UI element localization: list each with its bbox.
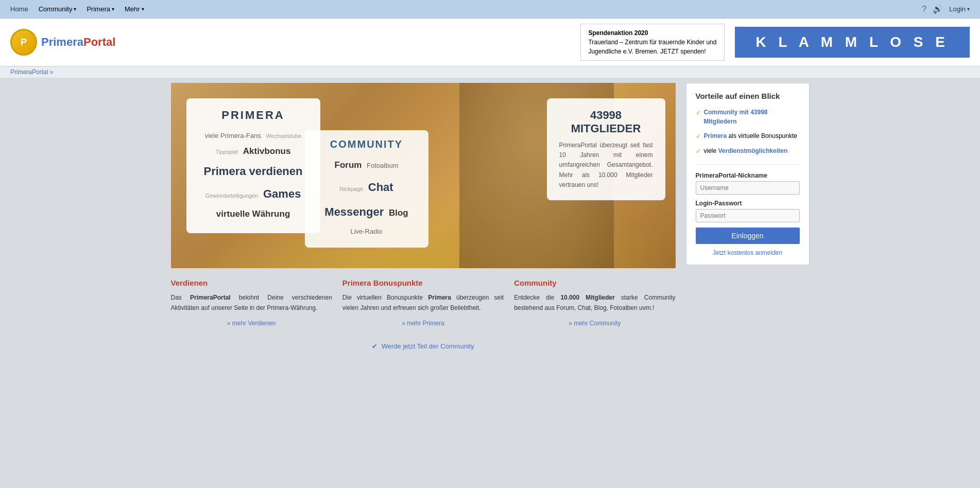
verdienen-text-before: Das (171, 294, 190, 301)
bonuspunkte-brand: Primera (428, 294, 451, 301)
community-tag-cloud: Forum Fotoalbum Nickpage Chat Messenger … (317, 155, 416, 239)
primera-card-title: PRIMERA (202, 109, 305, 122)
logo-primera: Primera (41, 36, 83, 48)
verdienen-section: Verdienen Das PrimeraPortal belohnt Dein… (171, 278, 332, 327)
logo-icon: P (10, 29, 37, 56)
tag-virtuelle-wahrung: virtuelle Währung (216, 209, 290, 219)
bonuspunkte-text-before: Die virtuellen Bonuspunkte (342, 294, 428, 301)
tag-forum: Forum (335, 160, 362, 170)
bonuspunkte-text: Die virtuellen Bonuspunkte Primera überz… (342, 292, 504, 313)
tag-tippspiel: Tippspiel (216, 149, 238, 155)
verdienen-text: Das PrimeraPortal belohnt Deine verschie… (171, 292, 332, 313)
tag-chat: Chat (368, 181, 393, 194)
tag-wechselstube: Wechselstube (266, 133, 301, 139)
tag-gewinnbeteiligungen: Gewinnbeteiligungen (205, 193, 259, 199)
tag-games: Games (263, 187, 301, 200)
nickname-input[interactable] (696, 181, 800, 195)
community-section: Community Entdecke die 10.000 Mitglieder… (514, 278, 675, 327)
tag-aktivbonus: Aktivbonus (243, 146, 291, 156)
verdienst-link[interactable]: Verdienstmöglichkeiten (718, 147, 788, 154)
bonuspunkte-section: Primera Bonuspunkte Die virtuellen Bonus… (342, 278, 504, 327)
nav-mehr[interactable]: Mehr (125, 5, 144, 13)
tag-nickpage: Nickpage (339, 186, 363, 192)
verdienen-brand: PrimeraPortal (190, 294, 231, 301)
password-label: Login-Passwort (696, 200, 800, 207)
community-members-link[interactable]: Community mit 43998 Mitgliedern (704, 109, 768, 125)
community-card: COMMUNITY Forum Fotoalbum Nickpage Chat … (305, 130, 428, 248)
breadcrumb: PrimeraPortal » (0, 66, 980, 78)
nav-primera[interactable]: Primera (87, 5, 114, 13)
community-highlight: 10.000 Mitglieder (560, 294, 614, 301)
primera-tag-cloud: viele Primera-Fans Wechselstube Tippspie… (202, 129, 305, 223)
vorteile-verdienst-text: viele Verdienstmöglichkeiten (704, 146, 788, 155)
vorteile-title: Vorteile auf einen Blick (696, 92, 800, 100)
login-dropdown-button[interactable]: Login (949, 5, 970, 13)
content-area: PRIMERA viele Primera-Fans Wechselstube … (171, 83, 676, 355)
community-text: Entdecke die 10.000 Mitglieder starke Co… (514, 292, 675, 313)
community-text-before: Entdecke die (514, 294, 560, 301)
check-icon-2: ✓ (696, 132, 701, 141)
breadcrumb-link[interactable]: PrimeraPortal » (10, 68, 53, 76)
tag-fotoalbum: Fotoalbum (367, 162, 398, 169)
check-icon: ✔ (372, 342, 377, 350)
klammlose-banner[interactable]: K L A M M L O S E (735, 27, 970, 58)
login-button[interactable]: Einloggen (696, 228, 800, 244)
hero-banner: PRIMERA viele Primera-Fans Wechselstube … (171, 83, 676, 268)
nav-community[interactable]: Community (39, 5, 77, 13)
main-container: PRIMERA viele Primera-Fans Wechselstube … (161, 78, 820, 360)
spenden-banner[interactable]: Spendenaktion 2020 Trauerland – Zentrum … (580, 24, 725, 61)
spenden-text: Trauerland – Zentrum für trauernde Kinde… (588, 38, 717, 56)
info-sections: Verdienen Das PrimeraPortal belohnt Dein… (171, 278, 676, 327)
nav-right: ? 🔊 Login (922, 4, 970, 14)
primera-card: PRIMERA viele Primera-Fans Wechselstube … (186, 98, 320, 233)
spenden-title: Spendenaktion 2020 (588, 28, 717, 38)
nav-links: Home Community Primera Mehr (10, 5, 144, 13)
community-title: Community (514, 278, 675, 287)
verdienen-more-link[interactable]: » mehr Verdienen (171, 320, 332, 327)
check-icon-3: ✓ (696, 147, 701, 156)
vorteile-primera-text: Primera als virtuelle Bonuspunkte (704, 131, 797, 141)
check-icon-1: ✓ (696, 108, 701, 117)
site-header: P PrimeraPortal Spendenaktion 2020 Traue… (0, 19, 980, 66)
nickname-label: PrimeraPortal-Nickname (696, 172, 800, 179)
join-text: Werde jetzt Teil der Community (382, 342, 474, 350)
vorteile-community-text: Community mit 43998 Mitgliedern (704, 108, 800, 126)
join-link[interactable]: ✔ Werde jetzt Teil der Community (372, 342, 474, 350)
top-navigation: Home Community Primera Mehr ? 🔊 Login (0, 0, 980, 19)
vorteile-list: ✓ Community mit 43998 Mitgliedern ✓ Prim… (696, 108, 800, 156)
tag-primera-fans: viele Primera-Fans (205, 132, 261, 140)
help-icon[interactable]: ? (922, 5, 926, 14)
register-link[interactable]: Jetzt kostenlos anmelden (696, 249, 800, 256)
members-card: 43998 MITGLIEDER PrimeraPortal überzeugt… (547, 98, 665, 200)
members-count: 43998 MITGLIEDER (559, 109, 653, 135)
join-banner: ✔ Werde jetzt Teil der Community (171, 337, 676, 355)
login-form: PrimeraPortal-Nickname Login-Passwort Ei… (696, 164, 800, 256)
sidebar: Vorteile auf einen Blick ✓ Community mit… (686, 83, 810, 355)
sound-icon[interactable]: 🔊 (933, 4, 943, 14)
verdienen-title: Verdienen (171, 278, 332, 287)
bonuspunkte-title: Primera Bonuspunkte (342, 278, 504, 287)
vorteile-box: Vorteile auf einen Blick ✓ Community mit… (686, 83, 810, 265)
tag-messenger: Messenger (324, 205, 384, 218)
password-input[interactable] (696, 209, 800, 222)
logo-portal: Portal (83, 36, 115, 48)
tag-primera-verdienen: Primera verdienen (204, 165, 303, 178)
tag-blog: Blog (389, 208, 408, 218)
tag-live-radio: Live-Radio (350, 228, 382, 235)
vorteile-item-community: ✓ Community mit 43998 Mitgliedern (696, 108, 800, 126)
primera-more-link[interactable]: » mehr Primera (342, 320, 504, 327)
logo-text: PrimeraPortal (41, 36, 115, 49)
community-more-link[interactable]: » mehr Community (514, 320, 675, 327)
community-card-title: COMMUNITY (317, 138, 416, 150)
nav-home[interactable]: Home (10, 5, 28, 13)
members-text: PrimeraPortal überzeugt seit fast 10 Jah… (559, 141, 653, 190)
vorteile-item-primera: ✓ Primera als virtuelle Bonuspunkte (696, 131, 800, 141)
vorteile-item-verdienst: ✓ viele Verdienstmöglichkeiten (696, 146, 800, 156)
primera-bonus-link[interactable]: Primera (704, 132, 727, 140)
logo-area: P PrimeraPortal (10, 29, 115, 56)
